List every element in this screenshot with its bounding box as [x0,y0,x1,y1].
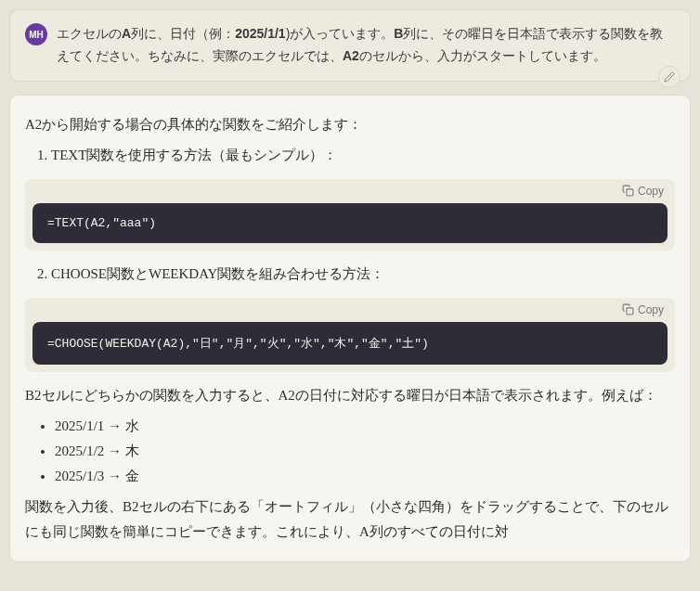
method-list-2: CHOOSE関数とWEEKDAY関数を組み合わせる方法： [25,262,675,287]
user-message: MH エクセルのA列に、日付（例：2025/1/1)が入っています。B列に、その… [9,9,691,82]
bold-text: B [394,26,403,41]
svg-rect-1 [627,308,633,315]
code-content: =CHOOSE(WEEKDAY(A2),"日","月","火","水","木",… [32,322,668,365]
intro-text: A2から開始する場合の具体的な関数をご紹介します： [25,112,675,137]
method-list-1: TEXT関数を使用する方法（最もシンプル）： [25,143,675,168]
edit-button[interactable] [658,66,681,88]
pencil-icon [664,71,675,83]
list-item: 2025/1/1 → 水 [55,418,675,435]
copy-label: Copy [638,185,664,198]
code-block: Copy =CHOOSE(WEEKDAY(A2),"日","月","火","水"… [25,298,675,372]
bold-text: A [122,26,131,41]
text: )が入っています。 [286,26,395,41]
copy-icon [622,185,634,197]
avatar: MH [25,23,47,45]
text: エクセルの [57,26,122,41]
copy-icon [622,303,634,315]
bold-text: 2025/1/1 [235,26,286,41]
list-item: TEXT関数を使用する方法（最もシンプル）： [51,143,675,168]
text: 列に、日付（例： [131,26,235,41]
copy-label: Copy [638,303,664,316]
text: のセルから、入力がスタートしています。 [359,48,606,63]
svg-rect-0 [627,189,633,196]
example-list: 2025/1/1 → 水 2025/1/2 → 木 2025/1/3 → 金 [25,418,675,485]
bold-text: A2 [343,48,359,63]
explanation-text: B2セルにどちらかの関数を入力すると、A2の日付に対応する曜日が日本語で表示され… [25,383,675,408]
copy-button[interactable]: Copy [25,298,675,322]
copy-button[interactable]: Copy [25,179,675,203]
list-item: CHOOSE関数とWEEKDAY関数を組み合わせる方法： [51,262,675,287]
user-message-text: エクセルのA列に、日付（例：2025/1/1)が入っています。B列に、その曜日を… [57,23,675,68]
footer-text: 関数を入力後、B2セルの右下にある「オートフィル」（小さな四角）をドラッグするこ… [25,495,675,545]
assistant-message: A2から開始する場合の具体的な関数をご紹介します： TEXT関数を使用する方法（… [9,95,691,562]
list-item: 2025/1/2 → 木 [55,443,675,460]
list-item: 2025/1/3 → 金 [55,468,675,485]
code-content: =TEXT(A2,"aaa") [32,203,668,243]
code-block: Copy =TEXT(A2,"aaa") [25,179,675,251]
